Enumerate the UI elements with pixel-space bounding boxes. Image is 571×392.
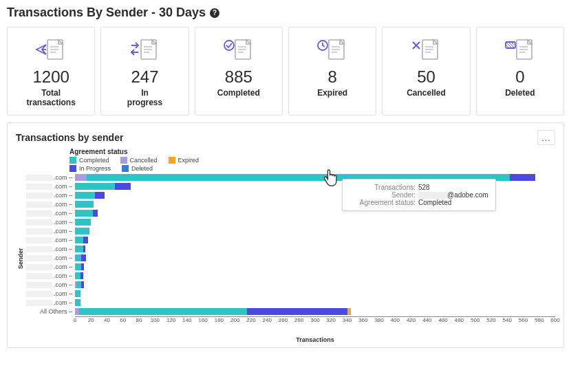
- legend-item-expired[interactable]: Expired: [169, 157, 200, 164]
- x-tick: 280: [294, 317, 303, 323]
- tooltip-status-label: Agreement status:: [349, 199, 416, 206]
- y-tick: All Others –: [25, 307, 75, 316]
- x-tick: 240: [263, 317, 272, 323]
- chart-more-button[interactable]: …: [537, 130, 555, 145]
- bar-row[interactable]: [75, 254, 555, 263]
- x-tick: 140: [182, 317, 191, 323]
- card-value: 0: [515, 67, 524, 87]
- y-tick: .com –: [25, 272, 75, 281]
- bar-segment-expired[interactable]: [347, 308, 352, 315]
- svg-point-13: [224, 41, 234, 50]
- card-label: Completed: [217, 88, 260, 98]
- x-tick: 560: [519, 317, 528, 323]
- legend-item-completed[interactable]: Completed: [69, 157, 109, 164]
- x-tick: 320: [327, 317, 336, 323]
- summary-card-in-progress[interactable]: 247 Inprogress: [100, 27, 188, 116]
- bar-segment-in-progress[interactable]: [81, 263, 83, 270]
- summary-card-expired[interactable]: 8 Expired: [288, 27, 376, 116]
- legend-item-in-progress[interactable]: In Progress: [69, 165, 111, 172]
- card-value: 8: [327, 67, 336, 87]
- bar-row[interactable]: [75, 218, 555, 227]
- tooltip-transactions-label: Transactions:: [349, 184, 416, 191]
- bar-segment-completed[interactable]: [79, 308, 247, 315]
- chart-legend: Agreement status CompletedCancelledExpir…: [69, 148, 555, 172]
- bar-segment-in-progress[interactable]: [81, 254, 86, 261]
- y-tick: .com –: [25, 227, 75, 236]
- bar-segment-completed[interactable]: [75, 201, 94, 208]
- x-tick: 260: [279, 317, 288, 323]
- bar-segment-completed[interactable]: [75, 263, 81, 270]
- bar-segment-in-progress[interactable]: [93, 210, 98, 217]
- bar-segment-in-progress[interactable]: [247, 308, 347, 315]
- bar-segment-completed[interactable]: [76, 281, 81, 288]
- bar-row[interactable]: [75, 290, 555, 298]
- expired-doc-icon: [316, 36, 348, 62]
- bar-segment-completed[interactable]: [75, 183, 115, 190]
- x-tick: 220: [246, 317, 255, 323]
- page-title: Transactions By Sender - 30 Days: [7, 6, 206, 20]
- bar-segment-completed[interactable]: [75, 290, 80, 297]
- bar-segment-in-progress[interactable]: [81, 281, 83, 288]
- x-tick: 540: [503, 317, 512, 323]
- x-tick: 60: [120, 317, 126, 323]
- x-tick: 300: [310, 317, 319, 323]
- bar-segment-in-progress[interactable]: [83, 246, 85, 252]
- bar-row[interactable]: [75, 263, 555, 272]
- x-tick: 440: [422, 317, 431, 323]
- summary-card-completed[interactable]: 885 Completed: [195, 27, 283, 116]
- y-tick: .com –: [25, 200, 75, 209]
- y-tick: .com –: [25, 263, 75, 272]
- bar-segment-in-progress[interactable]: [80, 272, 83, 279]
- tooltip-transactions-value: 528: [418, 184, 430, 191]
- bar-segment-cancelled[interactable]: [75, 174, 87, 181]
- x-tick: 180: [215, 317, 224, 323]
- x-tick: 120: [166, 317, 175, 323]
- bar-segment-in-progress[interactable]: [510, 174, 535, 181]
- y-tick: .com –: [25, 182, 75, 191]
- x-tick: 580: [535, 317, 543, 323]
- bar-row[interactable]: [75, 298, 555, 307]
- bar-segment-completed[interactable]: [75, 210, 93, 217]
- bar-segment-completed[interactable]: [75, 246, 83, 252]
- y-tick: .com –: [25, 218, 75, 227]
- card-label: Expired: [317, 88, 347, 98]
- bar-segment-completed[interactable]: [75, 237, 83, 243]
- bar-row[interactable]: [75, 236, 555, 245]
- x-tick: 520: [486, 317, 495, 323]
- completed-doc-icon: [223, 36, 255, 62]
- y-tick: .com –: [25, 236, 75, 245]
- card-label: Deleted: [505, 88, 535, 98]
- y-tick: .com –: [25, 173, 75, 182]
- bar-row[interactable]: [75, 245, 555, 254]
- bar-segment-completed[interactable]: [75, 192, 95, 199]
- x-tick: 340: [343, 317, 352, 323]
- help-icon[interactable]: ?: [210, 8, 219, 18]
- summary-card-total-transactions[interactable]: 1200 Totaltransactions: [7, 27, 95, 116]
- cancelled-doc-icon: [410, 36, 442, 62]
- bar-row[interactable]: [75, 307, 555, 316]
- tooltip-sender-value: @adobe.com: [418, 191, 488, 199]
- summary-card-cancelled[interactable]: 50 Cancelled: [382, 27, 470, 116]
- bar-segment-in-progress[interactable]: [95, 192, 105, 199]
- y-tick: .com –: [25, 209, 75, 218]
- bar-row[interactable]: [75, 281, 555, 290]
- bar-segment-completed[interactable]: [75, 228, 89, 235]
- summary-card-deleted[interactable]: 0 Deleted: [476, 27, 564, 116]
- bar-row[interactable]: [75, 227, 555, 236]
- bar-segment-in-progress[interactable]: [115, 183, 131, 190]
- bar-segment-completed[interactable]: [75, 219, 91, 226]
- bar-segment-completed[interactable]: [75, 299, 80, 306]
- x-tick: 400: [391, 317, 400, 323]
- card-label: Totaltransactions: [26, 88, 75, 108]
- x-tick: 600: [550, 317, 559, 323]
- y-tick: .com –: [25, 298, 75, 307]
- x-tick: 360: [358, 317, 367, 323]
- y-tick: .com –: [25, 191, 75, 200]
- bar-segment-in-progress[interactable]: [83, 237, 88, 243]
- bar-segment-completed[interactable]: [75, 272, 80, 279]
- bar-row[interactable]: [75, 272, 555, 281]
- legend-item-cancelled[interactable]: Cancelled: [120, 157, 158, 164]
- bar-segment-completed[interactable]: [75, 254, 81, 261]
- summary-cards: 1200 Totaltransactions 247 Inprogress 88…: [7, 27, 564, 116]
- legend-item-deleted[interactable]: Deleted: [122, 165, 153, 172]
